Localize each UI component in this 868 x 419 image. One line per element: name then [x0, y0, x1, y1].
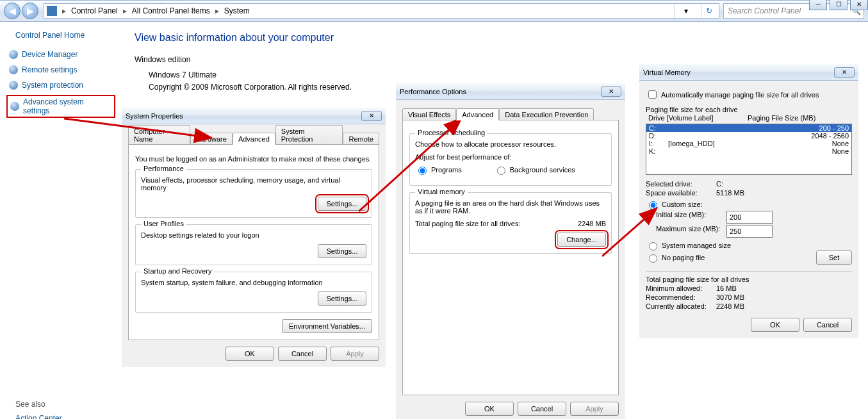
chevron-right-icon: ▸: [58, 6, 70, 15]
virtual-memory-dialog: Virtual Memory ✕ Automatically manage pa…: [639, 64, 858, 338]
checkbox-input[interactable]: [648, 90, 657, 99]
drive-row[interactable]: D:2048 - 2560: [646, 132, 851, 140]
group-title-performance: Performance: [141, 165, 186, 172]
group-title-user-profiles: User Profiles: [141, 220, 186, 227]
breadcrumb-bar[interactable]: ▸ Control Panel ▸ All Control Panel Item…: [44, 3, 719, 19]
tab-computer-name[interactable]: Computer Name: [128, 125, 190, 145]
breadcrumb-item[interactable]: All Control Panel Items: [132, 6, 210, 15]
initial-size-input[interactable]: [726, 211, 773, 224]
radio-programs[interactable]: Programs: [415, 165, 462, 175]
radio-custom-size[interactable]: Custom size:: [646, 199, 852, 210]
apply-button[interactable]: Apply: [570, 402, 619, 416]
system-properties-dialog: System Properties ✕ Computer Name Hardwa…: [122, 108, 386, 367]
sidebar-home-link[interactable]: Control Panel Home: [15, 31, 115, 40]
tab-advanced[interactable]: Advanced: [456, 108, 499, 120]
drive-row[interactable]: C:200 - 250: [646, 124, 851, 132]
col-size: Paging File Size (MB): [748, 114, 815, 122]
ok-button[interactable]: OK: [225, 347, 274, 361]
tab-system-protection[interactable]: System Protection: [275, 125, 343, 145]
sidebar-item-advanced-system-settings[interactable]: Advanced system settings: [6, 95, 115, 118]
drive-row[interactable]: K:None: [646, 147, 851, 155]
group-title-virtual-memory: Virtual memory: [415, 188, 468, 195]
performance-settings-button[interactable]: Settings...: [318, 197, 366, 211]
checkbox-label: Automatically manage paging file size fo…: [661, 91, 819, 99]
col-drive: Drive [Volume Label]: [648, 114, 748, 122]
startup-settings-button[interactable]: Settings...: [318, 292, 366, 306]
tab-hardware[interactable]: Hardware: [190, 133, 233, 145]
breadcrumb-item[interactable]: System: [224, 6, 250, 15]
vm-desc: A paging file is an area on the hard dis…: [415, 199, 606, 215]
sidebar: Control Panel Home Device Manager Remote…: [0, 22, 122, 419]
see-also-action-center[interactable]: Action Center: [15, 414, 115, 419]
shield-icon: [9, 65, 18, 74]
see-also-heading: See also: [15, 400, 115, 409]
cancel-button[interactable]: Cancel: [518, 402, 566, 416]
close-icon[interactable]: ✕: [834, 67, 855, 78]
radio-system-managed[interactable]: System managed size: [646, 240, 852, 251]
cancel-button[interactable]: Cancel: [278, 347, 327, 361]
sidebar-item-label: Advanced system settings: [23, 97, 111, 115]
close-icon[interactable]: ✕: [361, 111, 382, 121]
maximum-size-input[interactable]: [726, 225, 773, 238]
radio-input[interactable]: [649, 242, 657, 251]
drive-row[interactable]: I:[Iomega_HDD]None: [646, 140, 851, 147]
sidebar-item-label: Remote settings: [22, 65, 78, 74]
radio-no-paging-file[interactable]: No paging file: [646, 252, 816, 263]
window-caption-buttons: ─ ☐ ✕: [809, 0, 868, 10]
tab-bar: Visual Effects Advanced Data Execution P…: [402, 106, 619, 120]
breadcrumb-dropdown[interactable]: ▾: [674, 4, 697, 18]
performance-desc: Visual effects, processor scheduling, me…: [141, 176, 366, 192]
environment-variables-button[interactable]: Environment Variables...: [282, 319, 372, 333]
min-button[interactable]: ─: [809, 0, 827, 10]
auto-manage-checkbox[interactable]: Automatically manage paging file size fo…: [646, 88, 852, 101]
sidebar-item-device-manager[interactable]: Device Manager: [6, 49, 115, 60]
recommended-label: Recommended:: [646, 293, 716, 301]
tab-remote[interactable]: Remote: [343, 133, 379, 145]
shield-icon: [9, 50, 18, 59]
radio-input[interactable]: [418, 167, 427, 175]
user-profiles-settings-button[interactable]: Settings...: [318, 244, 366, 258]
forward-button[interactable]: ▶: [22, 3, 38, 19]
admin-note: You must be logged on as an Administrato…: [135, 155, 372, 163]
dialog-title: Virtual Memory: [643, 69, 834, 76]
tab-bar: Computer Name Hardware Advanced System P…: [128, 131, 379, 145]
user-profiles-desc: Desktop settings related to your logon: [141, 231, 366, 239]
ok-button[interactable]: OK: [465, 402, 514, 416]
proc-sched-desc: Choose how to allocate processor resourc…: [415, 140, 606, 148]
startup-desc: System startup, system failure, and debu…: [141, 279, 366, 286]
back-button[interactable]: ◀: [4, 3, 20, 19]
sidebar-item-system-protection[interactable]: System protection: [6, 79, 115, 91]
refresh-icon[interactable]: ↻: [701, 4, 716, 18]
max-button[interactable]: ☐: [830, 0, 848, 10]
recommended-value: 3070 MB: [716, 293, 744, 301]
dialog-title: System Properties: [126, 112, 361, 120]
change-button[interactable]: Change...: [557, 233, 606, 247]
close-window-button[interactable]: ✕: [850, 0, 868, 10]
selected-drive-value: C:: [716, 180, 723, 188]
tab-visual-effects[interactable]: Visual Effects: [402, 108, 456, 120]
radio-input[interactable]: [649, 201, 657, 210]
tab-advanced[interactable]: Advanced: [233, 133, 275, 145]
drive-list[interactable]: C:200 - 250D:2048 - 2560I:[Iomega_HDD]No…: [646, 124, 852, 175]
radio-label: Background services: [510, 166, 575, 174]
apply-button[interactable]: Apply: [331, 347, 379, 361]
chevron-right-icon: ▸: [119, 6, 131, 15]
sidebar-item-remote-settings[interactable]: Remote settings: [6, 64, 115, 76]
space-available-label: Space available:: [646, 189, 716, 197]
tab-dep[interactable]: Data Execution Prevention: [499, 108, 594, 120]
radio-label: No paging file: [662, 254, 705, 261]
initial-size-label: Initial size (MB):: [656, 211, 726, 224]
radio-background-services[interactable]: Background services: [494, 165, 575, 175]
min-allowed-label: Minimum allowed:: [646, 284, 716, 292]
vm-total-value: 2248 MB: [578, 220, 606, 227]
radio-input[interactable]: [649, 254, 657, 263]
cancel-button[interactable]: Cancel: [803, 318, 852, 332]
radio-label: Programs: [431, 166, 462, 174]
radio-input[interactable]: [497, 167, 505, 175]
close-icon[interactable]: ✕: [601, 86, 621, 97]
edition-heading: Windows edition: [135, 55, 855, 64]
ok-button[interactable]: OK: [751, 318, 799, 332]
page-title: View basic information about your comput…: [135, 32, 855, 44]
set-button[interactable]: Set: [816, 251, 852, 265]
breadcrumb-item[interactable]: Control Panel: [71, 6, 118, 15]
